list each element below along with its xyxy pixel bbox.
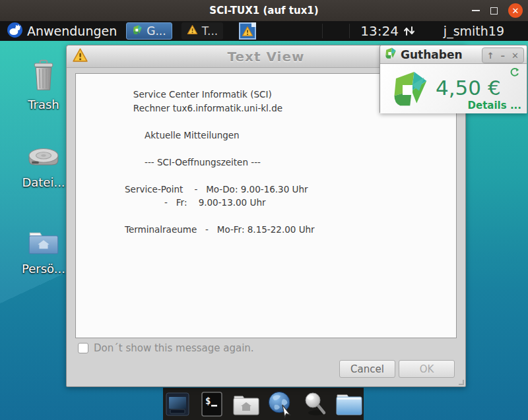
guthaben-title: Guthaben [401, 48, 463, 61]
desktop-icon-label: Datei... [22, 175, 65, 189]
taskbar-button-label: G... [147, 24, 166, 38]
dont-show-again-label: Don´t show this message again. [94, 342, 254, 354]
details-link[interactable]: Details ... [468, 100, 521, 111]
window-title: SCI-TUX1 (auf tux1) [0, 5, 528, 16]
up-down-arrows-icon[interactable] [403, 24, 416, 38]
svg-text:$: $ [205, 396, 211, 406]
papercut-logo-icon [384, 47, 397, 62]
guthaben-body: 4,50 € Details ... [380, 64, 527, 113]
minimize-icon[interactable] [472, 10, 480, 11]
applications-menu-button[interactable]: Anwendungen [7, 22, 117, 41]
window-titlebar[interactable]: SCI-TUX1 (auf tux1) ✕ [0, 0, 528, 21]
desktop-icon-label: Trash [28, 98, 59, 111]
web-browser-icon[interactable] [267, 390, 294, 418]
home-folder-icon [28, 230, 59, 258]
panel-separator [322, 24, 323, 38]
maximize-icon[interactable] [490, 7, 498, 15]
cancel-button[interactable]: Cancel [339, 360, 395, 378]
close-icon[interactable]: ✕ [508, 3, 523, 18]
taskbar-button-guthaben[interactable]: G... [126, 22, 172, 40]
dialog-buttons: Cancel OK [339, 360, 455, 378]
applications-menu-label: Anwendungen [27, 24, 117, 38]
harddisk-icon [28, 146, 59, 171]
panel-username: j_smith19 [444, 24, 504, 38]
warning-icon [187, 24, 198, 38]
home-folder-gray-icon[interactable] [232, 390, 260, 418]
ok-button[interactable]: OK [399, 360, 455, 378]
refresh-icon[interactable] [509, 67, 521, 81]
shade-icon[interactable]: ↑ [487, 51, 494, 60]
close-icon[interactable]: ✕ [512, 51, 519, 60]
taskbar-button-textview[interactable]: T... [182, 22, 224, 40]
show-desktop-icon[interactable] [164, 390, 191, 418]
blue-folder-icon[interactable] [335, 390, 363, 418]
resize-grip[interactable] [459, 380, 464, 385]
xfce-mouse-icon [7, 22, 23, 41]
panel-clock[interactable]: 13:24 [360, 23, 399, 39]
guthaben-window-controls: ↑ – ✕ [482, 47, 524, 63]
search-icon[interactable] [301, 390, 329, 418]
dock: $ [163, 388, 364, 420]
tray-warning-icon[interactable] [239, 22, 256, 40]
terminal-icon[interactable]: $ [198, 390, 226, 418]
papercut-logo-icon [389, 69, 429, 111]
dont-show-again-row: Don´t show this message again. [78, 342, 254, 354]
xfce-panel: Anwendungen G... T... 13:24 [0, 21, 528, 41]
guthaben-widget: Guthaben ↑ – ✕ 4,50 € Details ... [380, 45, 527, 113]
balance-amount: 4,50 € [436, 76, 501, 100]
dont-show-again-checkbox[interactable] [78, 343, 88, 353]
remote-desktop-screen: SCI-TUX1 (auf tux1) ✕ Anwendungen [0, 0, 528, 420]
papercut-logo-icon [132, 24, 143, 38]
window-controls: ✕ [472, 0, 523, 21]
desktop-icon-label: Persö... [22, 262, 65, 276]
minimize-icon[interactable]: – [501, 51, 506, 60]
tray-icon-notch [251, 22, 256, 27]
trash-icon [32, 59, 55, 94]
taskbar-button-label: T... [202, 24, 218, 38]
guthaben-titlebar[interactable]: Guthaben ↑ – ✕ [380, 45, 527, 64]
panel-separator [349, 24, 350, 38]
